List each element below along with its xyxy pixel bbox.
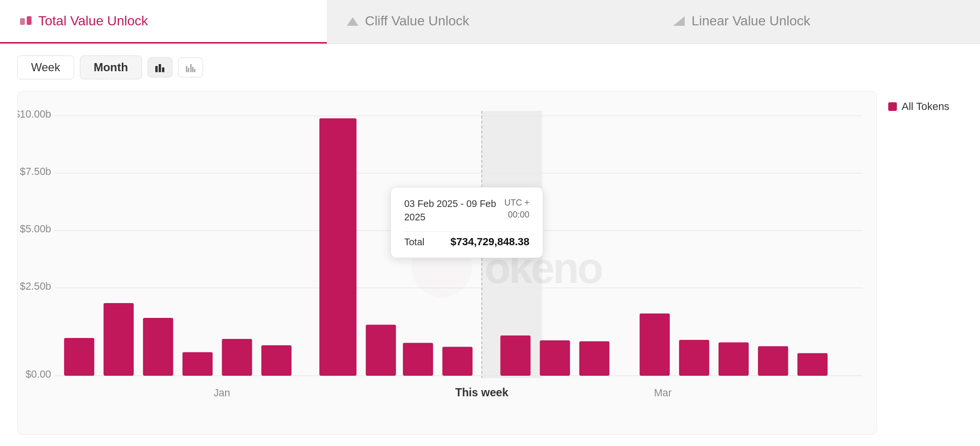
svg-rect-24 <box>64 338 94 376</box>
week-button[interactable]: Week <box>17 55 74 79</box>
svg-rect-25 <box>104 303 134 376</box>
svg-rect-29 <box>261 345 291 376</box>
svg-rect-28 <box>222 339 252 376</box>
svg-rect-35 <box>540 340 570 376</box>
total-unlock-icon <box>19 14 32 28</box>
svg-text:$5.00b: $5.00b <box>20 223 51 235</box>
svg-rect-27 <box>183 352 213 376</box>
svg-rect-30 <box>319 118 356 376</box>
svg-text:Mar: Mar <box>654 386 672 399</box>
grouped-chart-button[interactable] <box>178 57 203 77</box>
svg-rect-34 <box>500 336 530 376</box>
svg-rect-36 <box>579 341 609 376</box>
svg-text:Jan: Jan <box>214 386 230 399</box>
svg-marker-2 <box>347 17 358 26</box>
svg-rect-6 <box>162 67 164 72</box>
svg-rect-26 <box>143 318 173 376</box>
bar-chart-button[interactable] <box>148 57 172 77</box>
svg-rect-40 <box>758 346 788 376</box>
grouped-bar-icon <box>185 62 196 73</box>
tooltip-label: Total <box>404 237 424 248</box>
svg-rect-39 <box>719 342 749 376</box>
tooltip-date: 03 Feb 2025 - 09 Feb 2025 <box>404 197 496 224</box>
tooltip: 03 Feb 2025 - 09 Feb 2025 UTC + 00:00 To… <box>390 187 543 258</box>
svg-text:$7.50b: $7.50b <box>20 165 51 178</box>
svg-text:This week: This week <box>455 385 509 399</box>
svg-rect-41 <box>797 353 828 376</box>
svg-rect-37 <box>640 314 670 376</box>
tooltip-value: $734,729,848.38 <box>451 236 529 248</box>
controls-row: Week Month <box>0 44 980 91</box>
svg-rect-38 <box>679 340 709 376</box>
svg-rect-5 <box>159 64 161 72</box>
tooltip-row: Total $734,729,848.38 <box>404 236 529 248</box>
linear-unlock-icon <box>672 14 686 28</box>
svg-text:$0.00: $0.00 <box>25 368 51 380</box>
svg-rect-0 <box>20 18 25 25</box>
month-button[interactable]: Month <box>80 55 142 79</box>
tab-cliff-value-unlock[interactable]: Cliff Value Unlock <box>327 0 654 44</box>
cliff-unlock-icon <box>346 14 359 28</box>
svg-rect-33 <box>442 347 473 376</box>
tooltip-utc: UTC + 00:00 <box>504 197 529 221</box>
svg-rect-32 <box>403 343 433 376</box>
legend-item-all-tokens: All Tokens <box>888 100 963 113</box>
tooltip-divider <box>404 231 529 232</box>
legend-dot <box>888 102 897 111</box>
tab-total-label: Total Value Unlock <box>38 13 148 29</box>
svg-rect-9 <box>190 64 192 72</box>
svg-rect-4 <box>155 66 158 72</box>
tooltip-header: 03 Feb 2025 - 09 Feb 2025 UTC + 00:00 <box>404 197 529 224</box>
svg-rect-7 <box>186 66 187 72</box>
svg-text:$2.50b: $2.50b <box>20 280 51 293</box>
main-container: Total Value Unlock Cliff Value Unlock Li… <box>0 0 980 446</box>
chart-area: ⬤ okeno $10.00b $7.50b $5.00b $2.50b $0.… <box>17 91 877 435</box>
legend-label: All Tokens <box>902 100 949 113</box>
bar-chart-icon <box>155 62 165 73</box>
svg-rect-10 <box>192 67 194 72</box>
svg-rect-8 <box>188 68 189 72</box>
svg-marker-3 <box>673 16 685 26</box>
tab-linear-label: Linear Value Unlock <box>691 13 810 29</box>
chart-svg: $10.00b $7.50b $5.00b $2.50b $0.00 <box>18 91 876 435</box>
svg-rect-1 <box>27 16 32 25</box>
svg-text:$10.00b: $10.00b <box>18 108 51 120</box>
svg-rect-11 <box>194 69 195 72</box>
svg-rect-31 <box>366 325 396 376</box>
tab-total-value-unlock[interactable]: Total Value Unlock <box>0 0 327 44</box>
tab-cliff-label: Cliff Value Unlock <box>365 13 469 29</box>
chart-wrapper: ⬤ okeno $10.00b $7.50b $5.00b $2.50b $0.… <box>0 91 980 446</box>
tabs-row: Total Value Unlock Cliff Value Unlock Li… <box>0 0 980 44</box>
legend-area: All Tokens <box>877 91 963 436</box>
tab-linear-value-unlock[interactable]: Linear Value Unlock <box>653 0 980 44</box>
